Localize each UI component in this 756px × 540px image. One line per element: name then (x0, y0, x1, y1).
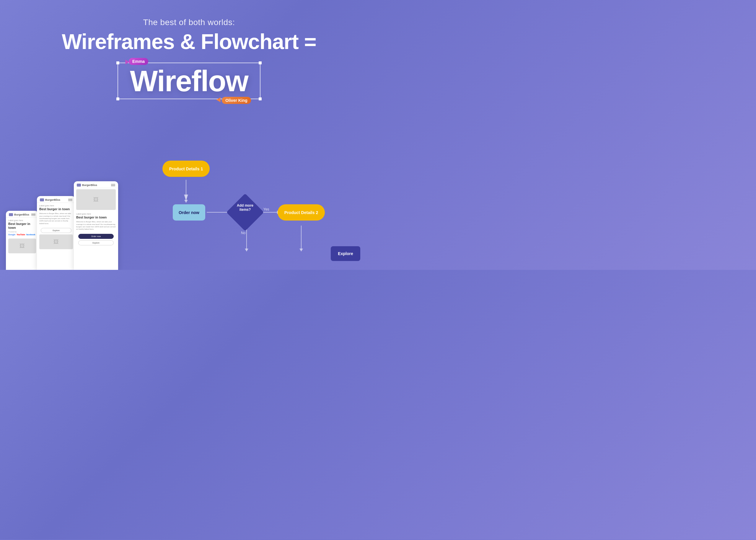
svg-marker-10 (299, 249, 303, 252)
phone-logo-1: BurgerBliss (9, 213, 29, 216)
hero-title: Wireframes & Flowchart = (0, 30, 378, 54)
svg-marker-9 (245, 249, 248, 252)
phone-logos-row: Google YouTube facebook (8, 233, 36, 236)
hamburger-line (68, 200, 73, 200)
phone-body-2: Welcome to Burger Bliss, where we take y… (39, 212, 73, 225)
phone-content-1: Label goes here Best burger in town Trus… (6, 217, 38, 237)
corner-handle-bl (116, 97, 119, 100)
corner-handle-tr (259, 62, 262, 65)
image-placeholder-icon-2: 🖼 (54, 239, 59, 245)
hamburger-line (31, 214, 36, 215)
facebook-logo: facebook (26, 233, 36, 236)
phone-body-3: Welcome to Burger Bliss, where we take y… (76, 220, 116, 230)
cursor-oliver-badge: Oliver King (222, 97, 251, 104)
flowchart-diamond-label: Add more items? (233, 203, 257, 212)
youtube-logo: YouTube (17, 233, 25, 236)
phone-logo-icon-3 (77, 184, 81, 187)
hamburger-line (111, 184, 115, 185)
hamburger-1[interactable] (31, 213, 36, 216)
phone-logo-text-3: BurgerBliss (82, 184, 97, 187)
flowchart-node-explore[interactable]: Explore (331, 246, 360, 261)
phone-header-2: BurgerBliss (37, 196, 75, 203)
bottom-section: BurgerBliss Label goes here Best burger … (0, 158, 378, 270)
phone-label-2: Label goes here (39, 204, 73, 207)
hamburger-line (31, 213, 36, 214)
explore-button-3[interactable]: Explore (78, 240, 114, 245)
phone-logo-3: BurgerBliss (77, 184, 97, 187)
hamburger-line (111, 185, 115, 186)
flowchart-no-label: No (241, 231, 245, 235)
hamburger-2[interactable] (68, 199, 73, 202)
phone-mockup-2: BurgerBliss Label goes here Best burger … (37, 196, 75, 270)
flowchart-node-product-details-1[interactable]: Product Details 1 (162, 161, 210, 177)
google-logo: Google (8, 233, 15, 236)
cursor-emma: Emma (124, 58, 148, 65)
svg-marker-6 (184, 200, 188, 203)
phone-header-3: BurgerBliss (74, 181, 118, 188)
flowchart-diamond[interactable] (226, 194, 264, 231)
flowchart-yes-label: Yes (263, 207, 269, 211)
phone-mockup-3: BurgerBliss 🖼 Label goes here Best burge… (74, 181, 118, 270)
phone-logo-text-1: BurgerBliss (14, 213, 29, 216)
phone-heading-3: Best burger in town (76, 215, 116, 219)
phone-content-2: Label goes here Best burger in town Welc… (37, 203, 75, 226)
cursor-arrow-emma-icon (123, 59, 130, 65)
corner-handle-br (259, 97, 262, 100)
phone-trusted-1: Trusted by: (8, 231, 36, 233)
hamburger-line (31, 215, 36, 216)
phone-heading-1: Best burger in town (8, 222, 36, 230)
phone-label-1: Label goes here (8, 219, 36, 221)
hamburger-3[interactable] (111, 184, 115, 187)
cursor-arrow-oliver-icon (217, 97, 223, 103)
phone-label-3: Label goes here (76, 213, 116, 215)
phone-logo-text-2: BurgerBliss (45, 199, 60, 202)
corner-handle-tl (116, 62, 119, 65)
explore-button-2[interactable]: Explore (41, 228, 72, 233)
wireflow-box: Emma Wireflow Oliver King (117, 63, 260, 99)
phone-logo-icon-1 (9, 213, 13, 216)
phone-header-1: BurgerBliss (6, 211, 38, 217)
image-placeholder-icon-3: 🖼 (93, 197, 99, 203)
wireflow-logo-text: Wireflow (130, 65, 248, 97)
phone-mockup-1: BurgerBliss Label goes here Best burger … (6, 211, 38, 270)
wireframes-area: BurgerBliss Label goes here Best burger … (0, 181, 133, 270)
flowchart-node-product-details-2[interactable]: Product Details 2 (278, 204, 325, 220)
hero-subtitle: The best of both worlds: (0, 18, 378, 27)
phone-heading-2: Best burger in town (39, 207, 73, 211)
order-button-3[interactable]: Order now (78, 234, 114, 239)
hero-section: The best of both worlds: Wireframes & Fl… (0, 0, 378, 99)
phone-content-3: Label goes here Best burger in town Welc… (74, 211, 118, 232)
hamburger-line (68, 201, 73, 202)
cursor-oliver: Oliver King (217, 97, 251, 104)
flowchart-area: Product Details 1 Order now Add more ite… (145, 158, 378, 270)
phone-image-1: 🖼 (8, 238, 36, 253)
cursor-emma-badge: Emma (129, 58, 148, 65)
image-placeholder-icon: 🖼 (20, 243, 25, 249)
flowchart-diamond-container: Add more items? (232, 199, 261, 225)
hamburger-line (68, 199, 73, 199)
phone-image-3: 🖼 (76, 189, 116, 210)
hamburger-line (111, 186, 115, 187)
phone-logo-icon-2 (40, 199, 44, 202)
phone-image-2: 🖼 (39, 234, 73, 249)
phone-logo-2: BurgerBliss (40, 199, 60, 202)
wireflow-container: Emma Wireflow Oliver King (117, 63, 260, 99)
flowchart-node-order-now[interactable]: Order now (173, 204, 205, 220)
